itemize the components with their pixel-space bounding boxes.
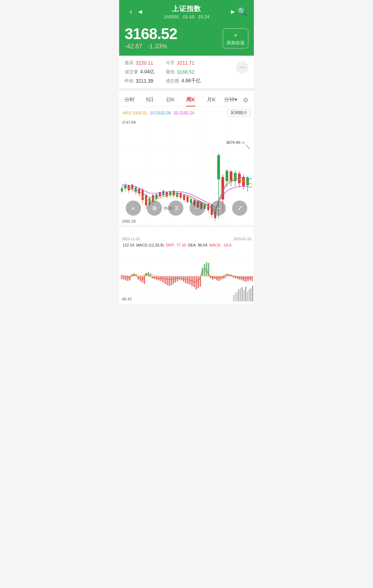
volume-label: 成交量: [125, 69, 138, 75]
svg-rect-152: [235, 293, 236, 301]
svg-rect-114: [179, 276, 180, 280]
svg-rect-86: [121, 276, 122, 279]
svg-rect-153: [237, 292, 238, 301]
svg-rect-110: [171, 276, 172, 285]
tab-5-day[interactable]: 5日: [140, 94, 160, 106]
ma-legend: MA5:3308.01 10:3332.08 20:3192.24 区间统计: [119, 107, 254, 119]
next-stock-button[interactable]: ►: [230, 8, 236, 16]
svg-rect-107: [164, 276, 166, 284]
macd-chart-svg: -90.43: [119, 249, 254, 304]
ma20-label: 20:3192.24: [173, 111, 194, 115]
stock-title: 上证指数: [143, 4, 230, 13]
svg-rect-160: [249, 289, 250, 301]
svg-rect-33: [162, 191, 164, 195]
chart-dates: 2023-11-10 2025-01-10: [119, 236, 254, 242]
low-label: 最低: [166, 69, 175, 75]
price-change-pct: -1.33%: [147, 43, 167, 50]
macd-macd-value: -18.6: [223, 243, 231, 247]
back-button[interactable]: ‹: [125, 7, 137, 16]
svg-rect-161: [250, 288, 251, 301]
ma5-label: MA5:3308.01: [123, 111, 147, 115]
svg-rect-69: [226, 171, 228, 181]
svg-rect-113: [177, 276, 178, 281]
tab-bar: 分时 5日 日K 周K 月K 分钟▾ ⚙: [119, 91, 254, 107]
macd-legend: 122.24 MACD (12,26,9) DIFF 77.33 DEA 86.…: [119, 242, 254, 249]
header: ‹ ◄ 上证指数 1A0001 01-10 15:24 ► 🔍: [119, 0, 254, 23]
nav-right-button[interactable]: →: [211, 200, 226, 216]
svg-rect-130: [212, 276, 213, 280]
tab-minute-dropdown[interactable]: 分钟▾: [221, 94, 240, 106]
svg-rect-123: [198, 276, 199, 288]
chart-container: MA5:3308.01 10:3332.08 20:3192.24 区间统计 3…: [119, 107, 254, 242]
nav-arrows-right: ►: [230, 8, 236, 16]
svg-rect-156: [242, 287, 243, 301]
more-button[interactable]: ···: [236, 61, 248, 74]
low-value: 3168.52: [177, 69, 194, 75]
divider-1: [119, 88, 254, 90]
price-change-abs: -42.87: [125, 43, 142, 50]
svg-rect-147: [247, 276, 249, 281]
add-watchlist-button[interactable]: ＋ 添加自选: [223, 28, 248, 48]
ma-legend-left: MA5:3308.01 10:3332.08 20:3192.24: [123, 111, 194, 115]
svg-rect-101: [152, 276, 153, 278]
svg-rect-109: [169, 276, 170, 286]
svg-rect-133: [218, 276, 220, 281]
zoom-center-value: 2635.0: [163, 206, 175, 210]
nav-left-button[interactable]: ←: [190, 200, 205, 216]
stat-low: 最低 3168.52: [166, 69, 207, 75]
svg-rect-151: [233, 295, 234, 301]
svg-rect-9: [121, 188, 123, 192]
svg-rect-102: [154, 276, 155, 279]
amount-value: 4.66千亿: [181, 78, 200, 84]
chart-high-label: 3747.89: [122, 120, 136, 124]
date-start: 2023-11-10: [122, 237, 140, 241]
search-icon[interactable]: 🔍: [236, 7, 248, 16]
macd-diff-value: 77.33: [176, 243, 186, 247]
tab-monthly-k[interactable]: 月K: [201, 94, 221, 106]
open-value: 3211.71: [177, 60, 194, 66]
svg-rect-154: [238, 289, 239, 301]
macd-top-value: 122.24: [123, 243, 134, 247]
macd-diff-label: DIFF: [166, 243, 174, 247]
back-all-button[interactable]: «: [126, 200, 141, 216]
settings-icon[interactable]: ⚙: [240, 95, 251, 106]
prev-close-label: 昨收: [125, 78, 134, 84]
price-value: 3168.52: [125, 26, 177, 41]
svg-rect-65: [217, 155, 220, 179]
svg-rect-144: [241, 276, 242, 280]
more-dots-icon[interactable]: ···: [236, 61, 248, 74]
stat-amount: 成交额 4.66千亿: [166, 78, 207, 84]
svg-rect-108: [166, 276, 168, 285]
macd-section: 122.24 MACD (12,26,9) DIFF 77.33 DEA 86.…: [119, 242, 254, 304]
svg-rect-111: [173, 276, 174, 284]
tab-daily-k[interactable]: 日K: [160, 94, 180, 106]
svg-text:3674.40-->: 3674.40-->: [226, 140, 245, 144]
high-label: 最高: [125, 60, 134, 66]
svg-rect-136: [224, 276, 226, 278]
svg-rect-75: [238, 174, 241, 183]
chart-svg: 3674.40-->: [119, 119, 254, 236]
svg-text:-90.43: -90.43: [121, 297, 132, 301]
svg-rect-21: [142, 190, 144, 200]
svg-line-81: [246, 144, 250, 149]
ma10-label: 10:3332.08: [150, 111, 171, 115]
header-center: 上证指数 1A0001 01-10 15:24: [143, 4, 230, 19]
candlestick-chart[interactable]: 3747.89: [119, 119, 254, 236]
zoom-in-button[interactable]: ⊕: [147, 200, 162, 216]
stock-code-date: 1A0001 01-10 15:24: [143, 14, 230, 19]
svg-rect-162: [252, 286, 253, 301]
svg-rect-158: [245, 287, 246, 301]
svg-rect-146: [245, 276, 247, 282]
svg-rect-159: [247, 292, 248, 301]
stat-prev-close: 昨收 3211.39: [125, 78, 166, 84]
amount-label: 成交额: [166, 78, 179, 84]
interval-stats-button[interactable]: 区间统计: [228, 109, 250, 117]
price-section: 3168.52 -42.87 -1.33% ＋ 添加自选: [119, 23, 254, 56]
date-end: 2025-01-10: [233, 237, 251, 241]
prev-stock-button[interactable]: ◄: [137, 8, 143, 16]
tab-weekly-k[interactable]: 周K: [181, 94, 201, 106]
tab-fen-shi[interactable]: 分时: [119, 94, 140, 106]
stat-high: 最高 3220.11: [125, 60, 166, 66]
stats-section: 最高 3220.11 今开 3211.71 成交量 4.04亿 最低 3168.…: [119, 56, 254, 88]
fullscreen-button[interactable]: ⤢: [232, 200, 247, 216]
